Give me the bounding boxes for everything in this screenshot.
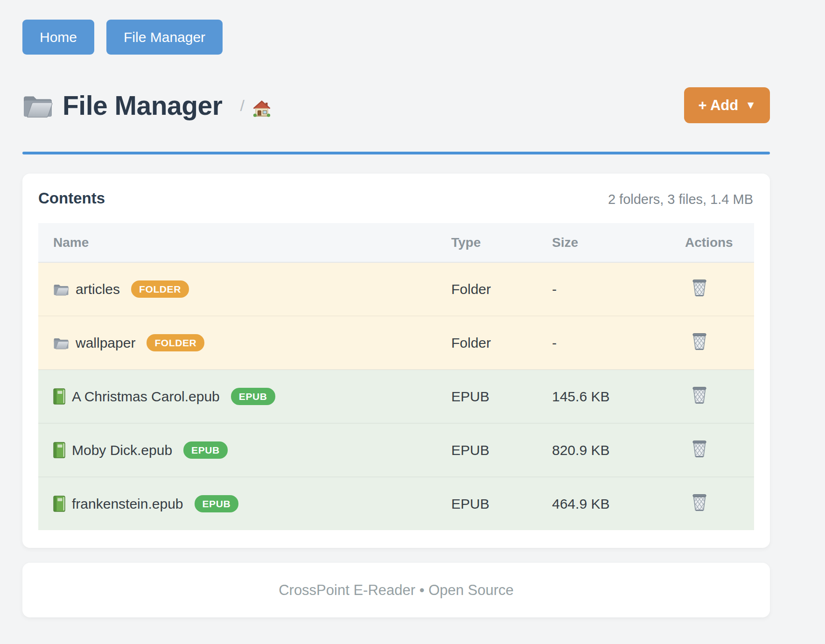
trash-icon[interactable] (692, 332, 707, 350)
table-header-row: Name Type Size Actions (38, 223, 754, 262)
trash-icon[interactable] (692, 439, 707, 458)
main-container: Home File Manager File Manager / + Add ▼… (22, 0, 770, 617)
table-row: Moby Dick.epub EPUB EPUB 820.9 KB (38, 423, 754, 477)
nav-file-manager-button[interactable]: File Manager (106, 20, 223, 55)
house-icon[interactable] (253, 100, 271, 117)
table-row: wallpaper FOLDER Folder - (38, 316, 754, 370)
page-title: File Manager (63, 90, 222, 121)
folder-icon (53, 336, 69, 350)
book-icon (53, 442, 65, 458)
add-button[interactable]: + Add ▼ (684, 87, 770, 123)
nav-home-button[interactable]: Home (22, 20, 94, 55)
trash-icon[interactable] (692, 493, 707, 511)
size-cell: 145.6 KB (537, 370, 670, 423)
column-header-type: Type (436, 223, 537, 262)
breadcrumb-separator: / (240, 97, 244, 115)
table-row: A Christmas Carol.epub EPUB EPUB 145.6 K… (38, 370, 754, 423)
contents-heading: Contents (38, 189, 105, 207)
column-header-actions: Actions (670, 223, 754, 262)
file-table: Name Type Size Actions articles FOLDER F… (38, 223, 754, 530)
add-button-label: + Add (698, 97, 738, 114)
column-header-size: Size (537, 223, 670, 262)
file-name[interactable]: Moby Dick.epub (72, 442, 172, 458)
type-cell: EPUB (436, 370, 537, 423)
folder-icon (53, 283, 69, 296)
top-nav: Home File Manager (22, 20, 770, 55)
page: { "nav": { "buttons": [ { "label": "Home… (0, 0, 825, 644)
type-cell: Folder (436, 262, 537, 316)
title-underline (22, 152, 770, 154)
contents-card-header: Contents 2 folders, 3 files, 1.4 MB (38, 188, 754, 207)
type-cell: Folder (436, 316, 537, 370)
table-row: frankenstein.epub EPUB EPUB 464.9 KB (38, 477, 754, 530)
trash-icon[interactable] (692, 278, 707, 297)
page-header: File Manager / + Add ▼ (22, 84, 770, 127)
table-row: articles FOLDER Folder - (38, 262, 754, 316)
size-cell: - (537, 316, 670, 370)
epub-badge: EPUB (183, 441, 228, 459)
size-cell: 464.9 KB (537, 477, 670, 530)
column-header-name: Name (38, 223, 436, 262)
trash-icon[interactable] (692, 385, 707, 404)
contents-card: Contents 2 folders, 3 files, 1.4 MB Name… (22, 174, 770, 548)
book-icon (53, 496, 65, 512)
epub-badge: EPUB (195, 495, 239, 512)
file-name[interactable]: wallpaper (76, 335, 135, 351)
folder-icon (22, 93, 53, 118)
folder-badge: FOLDER (147, 334, 204, 351)
type-cell: EPUB (436, 423, 537, 477)
caret-down-icon: ▼ (745, 100, 756, 111)
file-name[interactable]: A Christmas Carol.epub (72, 389, 220, 405)
size-cell: 820.9 KB (537, 423, 670, 477)
type-cell: EPUB (436, 477, 537, 530)
book-icon (53, 388, 65, 405)
size-cell: - (537, 262, 670, 316)
contents-summary: 2 folders, 3 files, 1.4 MB (608, 192, 753, 207)
folder-badge: FOLDER (131, 280, 189, 298)
footer-card: CrossPoint E-Reader • Open Source (22, 563, 770, 617)
file-name[interactable]: articles (76, 281, 120, 297)
epub-badge: EPUB (231, 388, 275, 405)
file-name[interactable]: frankenstein.epub (72, 496, 183, 512)
footer-text: CrossPoint E-Reader • Open Source (279, 582, 514, 599)
